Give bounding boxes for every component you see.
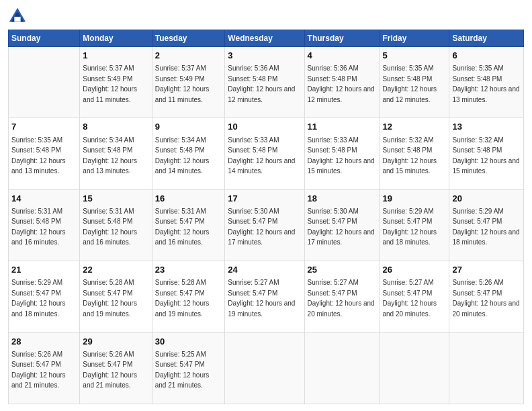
cell-info: Sunrise: 5:29 AMSunset: 5:47 PMDaylight:… — [382, 208, 437, 246]
cell-info: Sunrise: 5:37 AMSunset: 5:49 PMDaylight:… — [155, 64, 210, 103]
header-day: Monday — [80, 30, 152, 47]
calendar-cell: 1Sunrise: 5:37 AMSunset: 5:49 PMDaylight… — [80, 47, 152, 118]
cell-info: Sunrise: 5:32 AMSunset: 5:48 PMDaylight:… — [452, 136, 519, 175]
day-number: 20 — [452, 193, 521, 205]
cell-info: Sunrise: 5:37 AMSunset: 5:49 PMDaylight:… — [83, 64, 137, 103]
header-day: Thursday — [304, 30, 380, 47]
day-number: 4 — [308, 50, 377, 62]
calendar-cell: 9Sunrise: 5:34 AMSunset: 5:48 PMDaylight… — [152, 118, 225, 189]
calendar-cell: 13Sunrise: 5:32 AMSunset: 5:48 PMDayligh… — [449, 118, 524, 189]
calendar-cell: 24Sunrise: 5:27 AMSunset: 5:47 PMDayligh… — [225, 261, 304, 332]
calendar-cell: 28Sunrise: 5:26 AMSunset: 5:47 PMDayligh… — [9, 332, 80, 404]
calendar-cell: 20Sunrise: 5:29 AMSunset: 5:47 PMDayligh… — [449, 189, 524, 261]
cell-info: Sunrise: 5:33 AMSunset: 5:48 PMDaylight:… — [308, 136, 375, 175]
cell-info: Sunrise: 5:26 AMSunset: 5:47 PMDaylight:… — [452, 279, 519, 318]
logo — [8, 7, 30, 26]
calendar-cell — [9, 47, 80, 118]
svg-rect-2 — [14, 17, 20, 21]
calendar-cell: 4Sunrise: 5:36 AMSunset: 5:48 PMDaylight… — [304, 47, 380, 118]
page: SundayMondayTuesdayWednesdayThursdayFrid… — [0, 0, 532, 411]
header-day: Friday — [380, 30, 449, 47]
header-row: SundayMondayTuesdayWednesdayThursdayFrid… — [9, 30, 524, 47]
cell-info: Sunrise: 5:25 AMSunset: 5:47 PMDaylight:… — [155, 351, 210, 390]
day-number: 24 — [228, 264, 301, 276]
calendar-week-row: 28Sunrise: 5:26 AMSunset: 5:47 PMDayligh… — [9, 332, 524, 404]
calendar-week-row: 21Sunrise: 5:29 AMSunset: 5:47 PMDayligh… — [9, 261, 524, 332]
calendar-cell: 11Sunrise: 5:33 AMSunset: 5:48 PMDayligh… — [304, 118, 380, 189]
calendar-cell: 15Sunrise: 5:31 AMSunset: 5:48 PMDayligh… — [80, 189, 152, 261]
calendar-cell — [380, 332, 449, 404]
cell-info: Sunrise: 5:27 AMSunset: 5:47 PMDaylight:… — [308, 279, 375, 318]
calendar-cell: 8Sunrise: 5:34 AMSunset: 5:48 PMDaylight… — [80, 118, 152, 189]
day-number: 30 — [155, 336, 222, 348]
cell-info: Sunrise: 5:31 AMSunset: 5:48 PMDaylight:… — [83, 208, 137, 246]
calendar-cell: 12Sunrise: 5:32 AMSunset: 5:48 PMDayligh… — [380, 118, 449, 189]
header-day: Tuesday — [152, 30, 225, 47]
day-number: 13 — [452, 121, 521, 133]
calendar-week-row: 7Sunrise: 5:35 AMSunset: 5:48 PMDaylight… — [9, 118, 524, 189]
calendar-table: SundayMondayTuesdayWednesdayThursdayFrid… — [8, 30, 524, 404]
cell-info: Sunrise: 5:35 AMSunset: 5:48 PMDaylight:… — [11, 136, 66, 175]
cell-info: Sunrise: 5:35 AMSunset: 5:48 PMDaylight:… — [382, 64, 437, 103]
day-number: 9 — [155, 121, 222, 133]
cell-info: Sunrise: 5:31 AMSunset: 5:48 PMDaylight:… — [11, 208, 66, 246]
cell-info: Sunrise: 5:36 AMSunset: 5:48 PMDaylight:… — [308, 64, 375, 103]
day-number: 18 — [308, 193, 377, 205]
calendar-body: 1Sunrise: 5:37 AMSunset: 5:49 PMDaylight… — [9, 47, 524, 404]
calendar-cell — [225, 332, 304, 404]
calendar-cell: 3Sunrise: 5:36 AMSunset: 5:48 PMDaylight… — [225, 47, 304, 118]
day-number: 8 — [83, 121, 148, 133]
cell-info: Sunrise: 5:34 AMSunset: 5:48 PMDaylight:… — [155, 136, 210, 175]
logo-icon — [8, 7, 27, 26]
cell-info: Sunrise: 5:28 AMSunset: 5:47 PMDaylight:… — [83, 279, 137, 318]
calendar-cell: 19Sunrise: 5:29 AMSunset: 5:47 PMDayligh… — [380, 189, 449, 261]
day-number: 6 — [452, 50, 521, 62]
calendar-cell: 14Sunrise: 5:31 AMSunset: 5:48 PMDayligh… — [9, 189, 80, 261]
calendar-cell: 27Sunrise: 5:26 AMSunset: 5:47 PMDayligh… — [449, 261, 524, 332]
day-number: 27 — [452, 264, 521, 276]
header-day: Wednesday — [225, 30, 304, 47]
day-number: 17 — [228, 193, 301, 205]
cell-info: Sunrise: 5:32 AMSunset: 5:48 PMDaylight:… — [382, 136, 437, 175]
cell-info: Sunrise: 5:26 AMSunset: 5:47 PMDaylight:… — [83, 351, 137, 390]
day-number: 3 — [228, 50, 301, 62]
calendar-cell: 17Sunrise: 5:30 AMSunset: 5:47 PMDayligh… — [225, 189, 304, 261]
day-number: 22 — [83, 264, 148, 276]
calendar-cell: 23Sunrise: 5:28 AMSunset: 5:47 PMDayligh… — [152, 261, 225, 332]
calendar-cell: 26Sunrise: 5:27 AMSunset: 5:47 PMDayligh… — [380, 261, 449, 332]
day-number: 2 — [155, 50, 222, 62]
calendar-cell: 25Sunrise: 5:27 AMSunset: 5:47 PMDayligh… — [304, 261, 380, 332]
cell-info: Sunrise: 5:31 AMSunset: 5:47 PMDaylight:… — [155, 208, 210, 246]
day-number: 15 — [83, 193, 148, 205]
day-number: 29 — [83, 336, 148, 348]
calendar-week-row: 1Sunrise: 5:37 AMSunset: 5:49 PMDaylight… — [9, 47, 524, 118]
calendar-cell: 18Sunrise: 5:30 AMSunset: 5:47 PMDayligh… — [304, 189, 380, 261]
calendar-cell: 6Sunrise: 5:35 AMSunset: 5:48 PMDaylight… — [449, 47, 524, 118]
cell-info: Sunrise: 5:36 AMSunset: 5:48 PMDaylight:… — [228, 64, 295, 103]
calendar-header: SundayMondayTuesdayWednesdayThursdayFrid… — [9, 30, 524, 47]
header-day: Saturday — [449, 30, 524, 47]
cell-info: Sunrise: 5:33 AMSunset: 5:48 PMDaylight:… — [228, 136, 295, 175]
day-number: 12 — [382, 121, 446, 133]
cell-info: Sunrise: 5:26 AMSunset: 5:47 PMDaylight:… — [11, 351, 66, 390]
calendar-cell — [449, 332, 524, 404]
calendar-week-row: 14Sunrise: 5:31 AMSunset: 5:48 PMDayligh… — [9, 189, 524, 261]
calendar-cell: 16Sunrise: 5:31 AMSunset: 5:47 PMDayligh… — [152, 189, 225, 261]
day-number: 1 — [83, 50, 148, 62]
header — [8, 7, 524, 26]
cell-info: Sunrise: 5:28 AMSunset: 5:47 PMDaylight:… — [155, 279, 210, 318]
calendar-cell: 21Sunrise: 5:29 AMSunset: 5:47 PMDayligh… — [9, 261, 80, 332]
cell-info: Sunrise: 5:27 AMSunset: 5:47 PMDaylight:… — [382, 279, 437, 318]
calendar-cell: 10Sunrise: 5:33 AMSunset: 5:48 PMDayligh… — [225, 118, 304, 189]
cell-info: Sunrise: 5:29 AMSunset: 5:47 PMDaylight:… — [452, 208, 519, 246]
day-number: 11 — [308, 121, 377, 133]
calendar-cell: 2Sunrise: 5:37 AMSunset: 5:49 PMDaylight… — [152, 47, 225, 118]
day-number: 25 — [308, 264, 377, 276]
calendar-cell: 22Sunrise: 5:28 AMSunset: 5:47 PMDayligh… — [80, 261, 152, 332]
calendar-cell: 30Sunrise: 5:25 AMSunset: 5:47 PMDayligh… — [152, 332, 225, 404]
cell-info: Sunrise: 5:30 AMSunset: 5:47 PMDaylight:… — [308, 208, 375, 246]
cell-info: Sunrise: 5:27 AMSunset: 5:47 PMDaylight:… — [228, 279, 295, 318]
day-number: 19 — [382, 193, 446, 205]
day-number: 5 — [382, 50, 446, 62]
cell-info: Sunrise: 5:35 AMSunset: 5:48 PMDaylight:… — [452, 64, 519, 103]
